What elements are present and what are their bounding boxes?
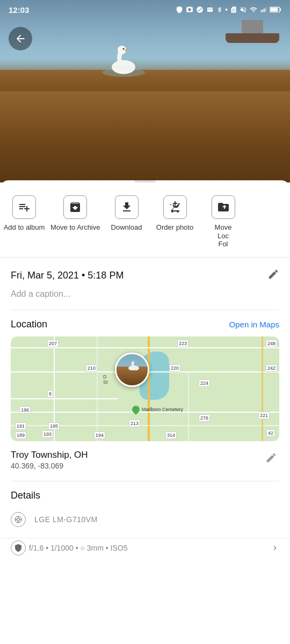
- order-photo-label: Order photo: [156, 223, 193, 232]
- back-button[interactable]: [9, 27, 32, 50]
- download-button[interactable]: Download: [103, 191, 151, 237]
- cemetery-label: Marlboro Cemetery: [142, 407, 183, 412]
- edit-location-icon: [265, 452, 277, 464]
- road-242: 242: [266, 364, 277, 372]
- road-195: 195: [48, 422, 60, 430]
- road-42: 42: [266, 429, 275, 437]
- camera-icon: [185, 6, 194, 13]
- signal-bars-icon: [260, 6, 267, 13]
- camera-settings-row: f/1.6 • 1/1000 • ○ 3mm • ISO5: [0, 538, 290, 566]
- road-220: 220: [169, 364, 180, 372]
- security-icon: [176, 6, 183, 13]
- road-194: 194: [94, 431, 105, 439]
- location-title: Location: [11, 319, 47, 330]
- mute-icon: [240, 6, 247, 13]
- battery-icon: [270, 6, 281, 13]
- wifi-icon: [249, 6, 258, 13]
- chevron-right-icon: [271, 544, 279, 552]
- map-location-text: DSt: [103, 374, 108, 385]
- move-to-folder-icon: [212, 195, 235, 219]
- move-to-folder-button[interactable]: MoveLocFol: [199, 191, 248, 253]
- map-road-v3: [188, 371, 189, 441]
- cemetery-marker: Marlboro Cemetery: [132, 406, 183, 413]
- bluetooth-icon: [216, 6, 223, 13]
- pencil-icon: [267, 268, 279, 280]
- camera-settings-text: f/1.6 • 1/1000 • ○ 3mm • ISO5: [29, 544, 267, 552]
- location-coords: 40.369, -83.069: [11, 462, 88, 470]
- add-to-album-icon: [12, 195, 36, 219]
- add-to-album-label: Add to album: [4, 223, 45, 232]
- bottom-info-bar: LGE LM-G710VM: [0, 508, 290, 536]
- road-224: 224: [199, 379, 210, 387]
- photo-container: [0, 0, 290, 182]
- location-name: Troy Township, OH: [11, 450, 88, 460]
- road-196: 196: [19, 406, 31, 414]
- partial-device-text: LGE LM-G710VM: [34, 515, 98, 524]
- svg-point-10: [123, 48, 125, 50]
- location-text: Troy Township, OH 40.369, -83.069: [11, 450, 88, 470]
- email-icon: [206, 6, 214, 13]
- svg-rect-2: [264, 9, 265, 12]
- boat: [226, 16, 279, 48]
- download-icon: [115, 195, 139, 219]
- add-to-album-button[interactable]: Add to album: [0, 191, 48, 237]
- camera-settings-icon: [11, 540, 26, 555]
- road-193: 193: [42, 430, 53, 438]
- status-icons: •: [176, 5, 281, 14]
- move-to-folder-label: MoveLocFol: [215, 223, 232, 248]
- map-base: 207 223 248 210 220 8 224 242 196 191 19…: [11, 336, 279, 441]
- svg-rect-0: [260, 10, 262, 12]
- status-time: 12:03: [9, 5, 29, 14]
- date-row: Fri, Mar 5, 2021 • 5:18 PM: [11, 268, 279, 283]
- open-in-maps-button[interactable]: Open in Maps: [229, 320, 279, 329]
- svg-rect-1: [262, 9, 263, 12]
- road-191: 191: [15, 422, 26, 430]
- svg-rect-3: [265, 8, 266, 12]
- bottom-sheet: Add to album Move to Archive Download Or…: [0, 180, 290, 566]
- location-details: Troy Township, OH 40.369, -83.069: [0, 450, 290, 470]
- map-road-h1: [11, 347, 279, 348]
- road-207: 207: [47, 340, 59, 347]
- svg-rect-5: [280, 9, 281, 11]
- road-314: 314: [165, 431, 177, 439]
- road-223: 223: [177, 340, 189, 347]
- move-to-archive-button[interactable]: Move to Archive: [48, 191, 103, 237]
- aperture-icon: [11, 512, 26, 527]
- status-bar: 12:03 •: [0, 0, 290, 19]
- archive-icon: [63, 195, 87, 219]
- road-248: 248: [266, 340, 277, 347]
- photo-pin: [115, 353, 149, 387]
- road-276: 276: [199, 414, 210, 422]
- location-header: Location Open in Maps: [11, 319, 279, 330]
- road-189: 189: [15, 431, 26, 439]
- divider-2: [11, 481, 279, 481]
- edit-date-button[interactable]: [267, 268, 279, 283]
- order-photo-button[interactable]: Order photo: [151, 191, 199, 237]
- map-road-v4: [262, 336, 263, 441]
- divider-1: [11, 310, 279, 310]
- map-container[interactable]: 207 223 248 210 220 8 224 242 196 191 19…: [11, 336, 279, 441]
- edit-location-button[interactable]: [263, 450, 279, 467]
- sim-icon: [230, 6, 237, 13]
- move-to-archive-label: Move to Archive: [50, 223, 100, 232]
- road-210: 210: [86, 364, 97, 372]
- location-section: Location Open in Maps: [0, 319, 290, 441]
- caption-input[interactable]: Add a caption...: [11, 289, 279, 299]
- details-section: Details: [0, 490, 290, 501]
- road-213: 213: [129, 420, 140, 427]
- photo-date: Fri, Mar 5, 2021 • 5:18 PM: [11, 270, 124, 281]
- info-section: Fri, Mar 5, 2021 • 5:18 PM Add a caption…: [0, 258, 290, 299]
- map-road-v2: [97, 336, 98, 441]
- swan: [99, 40, 148, 80]
- details-title: Details: [11, 490, 279, 501]
- svg-rect-6: [270, 8, 278, 11]
- map-road-h3: [11, 398, 118, 399]
- road-221: 221: [258, 412, 270, 419]
- order-photo-icon: [163, 195, 187, 219]
- road-8: 8: [47, 390, 53, 398]
- actions-row: Add to album Move to Archive Download Or…: [0, 182, 290, 258]
- back-arrow-icon: [15, 33, 26, 45]
- check-circle-icon: [196, 6, 204, 13]
- download-label: Download: [111, 223, 142, 232]
- dot-indicator: •: [225, 5, 228, 14]
